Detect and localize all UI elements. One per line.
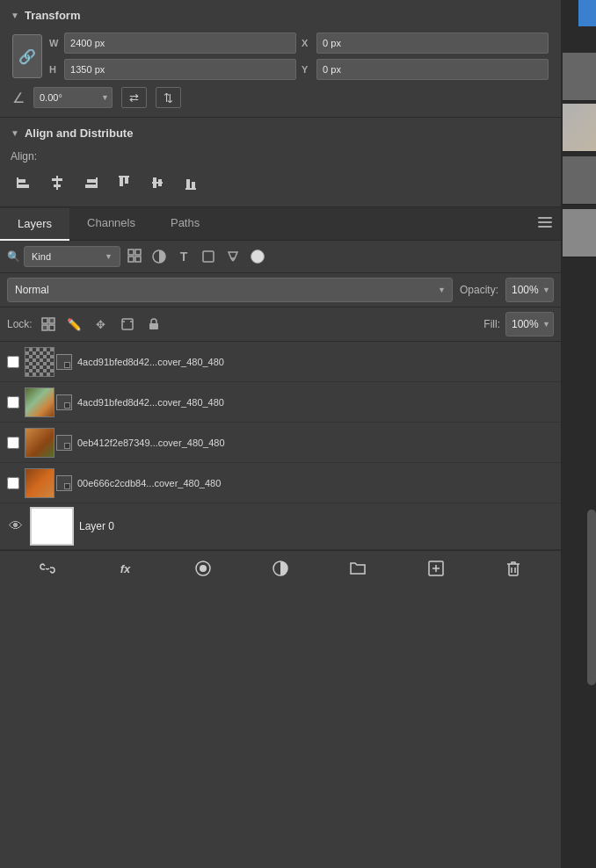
layer-0-item[interactable]: 👁 Layer 0	[0, 503, 561, 550]
blend-mode-wrapper: Normal Dissolve Multiply Screen Overlay …	[7, 278, 453, 302]
svg-rect-16	[186, 179, 190, 188]
y-input[interactable]	[316, 59, 549, 80]
right-sidebar	[561, 0, 596, 868]
layer-item[interactable]: 4acd91bfed8d42...cover_480_480	[0, 382, 561, 423]
layer-2-name: 4acd91bfed8d42...cover_480_480	[77, 397, 554, 408]
right-thumb-4[interactable]	[563, 209, 596, 257]
layer-item[interactable]: 00e666c2cdb84...cover_480_480	[0, 463, 561, 503]
align-bottom-button[interactable]	[178, 170, 204, 196]
layer-3-thumbnail	[25, 428, 72, 458]
svg-rect-34	[149, 323, 158, 329]
layer-item[interactable]: 4acd91bfed8d42...cover_480_480	[0, 342, 561, 382]
right-thumb-1[interactable]	[563, 53, 596, 101]
svg-rect-26	[203, 251, 214, 262]
filter-type-button[interactable]: T	[173, 246, 194, 267]
layer-0-visibility-icon[interactable]: 👁	[7, 518, 25, 534]
align-header: ▼ Align and Distribute	[11, 127, 550, 140]
layers-panel: Layers Channels Paths 🔍	[0, 207, 561, 586]
width-row: W	[49, 33, 296, 54]
filter-smart-button[interactable]	[222, 246, 243, 267]
delete-layer-button[interactable]	[501, 556, 526, 581]
lock-artboard-button[interactable]	[117, 314, 138, 335]
lock-position-button[interactable]: ✥	[91, 314, 112, 335]
tab-paths[interactable]: Paths	[153, 207, 217, 240]
svg-rect-29	[42, 325, 47, 330]
svg-rect-23	[128, 257, 134, 262]
filter-effects-button[interactable]	[247, 246, 268, 267]
lock-transparent-button[interactable]	[38, 314, 59, 335]
svg-rect-15	[185, 188, 196, 190]
opacity-wrapper: ▼	[505, 278, 554, 302]
tab-layers[interactable]: Layers	[0, 208, 69, 241]
lock-image-button[interactable]: ✏️	[64, 314, 85, 335]
width-input[interactable]	[64, 33, 296, 54]
layer-item[interactable]: 0eb412f2e87349...cover_480_480	[0, 423, 561, 463]
svg-rect-7	[87, 179, 96, 183]
svg-rect-31	[122, 319, 133, 329]
scrollbar-thumb[interactable]	[587, 510, 596, 685]
svg-rect-17	[192, 182, 195, 188]
add-style-button[interactable]: fx	[113, 556, 137, 581]
align-center-v-button[interactable]	[144, 170, 171, 196]
layer-0-thumbnail	[30, 507, 74, 546]
layer-1-name: 4acd91bfed8d42...cover_480_480	[77, 357, 554, 367]
align-label: Align:	[11, 150, 550, 163]
lock-row: Lock: ✏️ ✥	[0, 307, 561, 342]
height-input[interactable]	[64, 59, 296, 80]
flip-horizontal-button[interactable]: ⇄	[121, 87, 147, 108]
align-top-button[interactable]	[111, 170, 137, 196]
link-layers-button[interactable]	[35, 556, 60, 581]
align-title: Align and Distribute	[25, 127, 134, 140]
filter-shape-button[interactable]	[198, 246, 219, 267]
svg-rect-10	[120, 177, 123, 186]
lock-all-button[interactable]	[143, 314, 164, 335]
svg-point-36	[200, 565, 207, 572]
svg-rect-1	[18, 179, 25, 183]
svg-rect-9	[119, 176, 129, 177]
align-center-h-button[interactable]	[44, 170, 70, 196]
angle-dropdown-icon[interactable]: ▼	[101, 93, 109, 102]
blend-mode-select[interactable]: Normal Dissolve Multiply Screen Overlay	[7, 278, 453, 302]
align-right-button[interactable]	[77, 170, 104, 196]
fill-label: Fill:	[483, 318, 500, 330]
y-label: Y	[302, 64, 313, 75]
x-input[interactable]	[316, 33, 549, 54]
link-proportions-button[interactable]: 🔗	[12, 34, 42, 78]
svg-rect-18	[538, 217, 552, 219]
right-thumb-2[interactable]	[563, 104, 596, 152]
filter-image-button[interactable]	[124, 246, 145, 267]
svg-rect-3	[56, 176, 58, 190]
layer-2-checkbox[interactable]	[7, 396, 19, 409]
transform-header: ▼ Transform	[11, 9, 550, 22]
layers-menu-icon[interactable]	[529, 209, 561, 238]
transform-collapse-arrow[interactable]: ▼	[11, 11, 19, 20]
tab-channels[interactable]: Channels	[69, 207, 153, 240]
layer-1-checkbox[interactable]	[7, 356, 19, 368]
filter-adjustment-button[interactable]	[149, 246, 170, 267]
x-label: X	[302, 38, 313, 48]
svg-rect-2	[18, 184, 29, 188]
svg-rect-30	[49, 325, 55, 330]
layer-4-thumbnail	[25, 468, 72, 498]
kind-filter-select[interactable]: Kind ▼	[24, 246, 120, 267]
align-left-button[interactable]	[11, 170, 37, 196]
opacity-dropdown-arrow[interactable]: ▼	[542, 286, 550, 294]
svg-rect-14	[158, 179, 162, 186]
new-group-button[interactable]	[345, 556, 370, 581]
align-collapse-arrow[interactable]: ▼	[11, 128, 19, 138]
layer-0-name: Layer 0	[79, 520, 554, 532]
add-mask-button[interactable]	[191, 556, 215, 581]
fill-dropdown-arrow[interactable]: ▼	[542, 320, 550, 329]
flip-vertical-button[interactable]: ⇅	[156, 87, 181, 108]
layer-4-checkbox[interactable]	[7, 477, 19, 489]
layer-1-thumbnail	[25, 347, 72, 377]
svg-rect-8	[85, 184, 96, 188]
add-adjustment-button[interactable]	[268, 556, 293, 581]
fx-icon: fx	[120, 562, 131, 575]
new-layer-button[interactable]	[424, 556, 448, 581]
svg-rect-21	[128, 250, 134, 255]
layer-3-checkbox[interactable]	[7, 437, 19, 449]
right-thumb-3[interactable]	[563, 156, 596, 205]
svg-rect-4	[52, 178, 62, 181]
kind-dropdown-arrow: ▼	[105, 252, 113, 261]
